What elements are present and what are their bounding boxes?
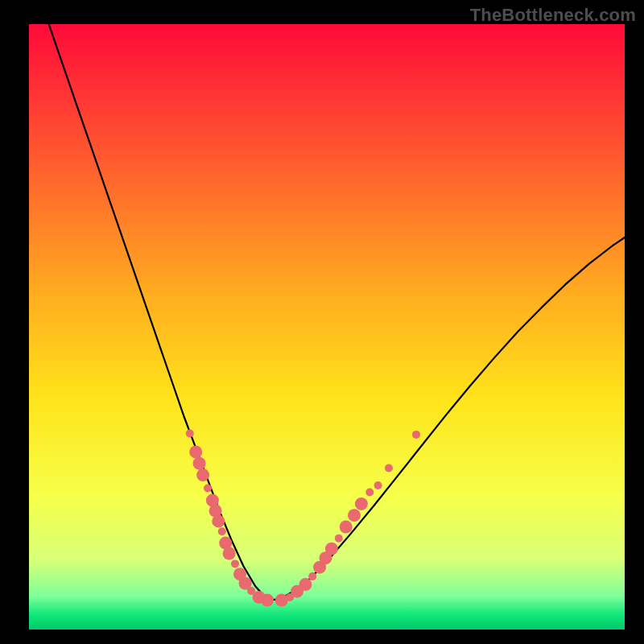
data-point — [261, 594, 274, 607]
data-point — [189, 445, 202, 458]
data-point — [365, 489, 374, 497]
data-point — [275, 594, 288, 607]
data-point — [204, 485, 212, 493]
data-point — [335, 535, 343, 543]
data-point — [186, 430, 194, 438]
data-point — [223, 547, 236, 560]
data-point — [385, 464, 393, 473]
watermark-text: TheBottleneck.com — [470, 5, 636, 26]
data-point — [412, 431, 420, 439]
data-point — [374, 481, 382, 489]
data-point — [348, 509, 361, 522]
chart-stage: TheBottleneck.com — [0, 0, 644, 644]
data-point — [231, 559, 239, 568]
data-point — [193, 457, 206, 470]
data-point — [355, 497, 368, 510]
plot-background — [29, 24, 625, 630]
data-point — [212, 514, 225, 527]
chart-svg — [0, 0, 644, 644]
data-point — [299, 578, 312, 591]
data-point — [308, 572, 316, 580]
data-point — [325, 543, 338, 555]
data-point — [196, 469, 209, 481]
data-point — [218, 527, 226, 535]
data-point — [340, 521, 353, 534]
